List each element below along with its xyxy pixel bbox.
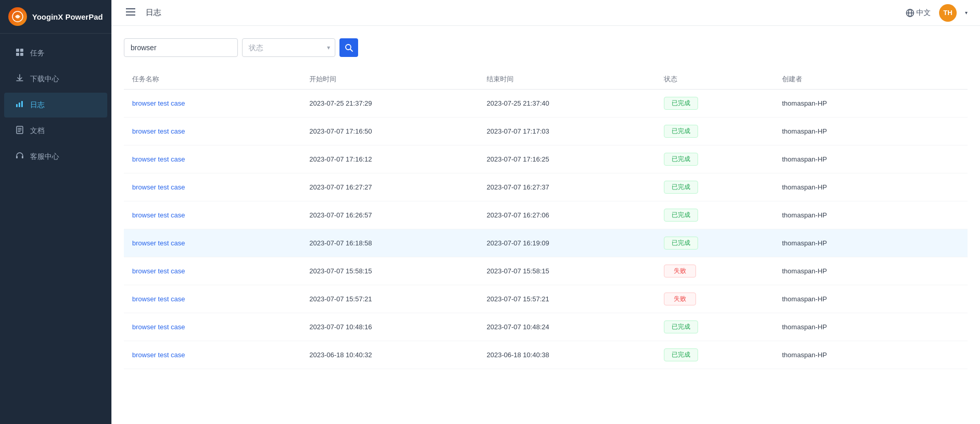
task-name-cell[interactable]: browser test case	[132, 239, 309, 247]
sidebar-nav: 任务 下载中心 日志	[0, 34, 111, 424]
task-name-cell[interactable]: browser test case	[132, 267, 309, 275]
avatar[interactable]: TH	[939, 4, 957, 22]
sidebar-item-downloads[interactable]: 下载中心	[4, 67, 107, 92]
task-name-link[interactable]: browser test case	[132, 239, 185, 247]
task-name-cell[interactable]: browser test case	[132, 183, 309, 191]
status-select[interactable]: 状态 已完成 失败 进行中	[242, 38, 335, 57]
app-name: YooginX PowerPad	[32, 12, 103, 21]
docs-icon	[15, 126, 25, 136]
creator-cell: thomaspan-HP	[782, 295, 959, 303]
start-time-cell: 2023-07-25 21:37:29	[309, 99, 487, 107]
task-name-link[interactable]: browser test case	[132, 99, 185, 107]
start-time-cell: 2023-06-18 10:40:32	[309, 351, 487, 359]
svg-line-21	[350, 49, 352, 51]
col-task-name: 任务名称	[132, 75, 309, 84]
status-cell: 已完成	[664, 348, 782, 361]
table-row[interactable]: browser test case 2023-06-18 10:40:32 20…	[124, 341, 968, 369]
logs-icon	[15, 100, 25, 110]
tasks-icon	[15, 48, 25, 59]
status-badge: 已完成	[664, 153, 698, 166]
task-name-cell[interactable]: browser test case	[132, 351, 309, 359]
sidebar-item-docs-label: 文档	[30, 126, 45, 136]
start-time-cell: 2023-07-07 15:58:15	[309, 267, 487, 275]
creator-cell: thomaspan-HP	[782, 239, 959, 247]
support-icon	[15, 152, 25, 162]
status-badge: 失败	[664, 265, 696, 277]
task-name-link[interactable]: browser test case	[132, 127, 185, 135]
start-time-cell: 2023-07-07 10:48:16	[309, 323, 487, 331]
sidebar-item-support[interactable]: 客服中心	[4, 144, 107, 169]
end-time-cell: 2023-07-07 17:16:25	[487, 155, 664, 163]
start-time-cell: 2023-07-07 16:18:58	[309, 239, 487, 247]
table-row[interactable]: browser test case 2023-07-07 16:27:27 20…	[124, 173, 968, 201]
end-time-cell: 2023-07-07 15:57:21	[487, 295, 664, 303]
svg-rect-7	[21, 101, 23, 107]
table-header: 任务名称 开始时间 结束时间 状态 创建者	[124, 69, 968, 90]
creator-cell: thomaspan-HP	[782, 211, 959, 219]
start-time-cell: 2023-07-07 17:16:12	[309, 155, 487, 163]
task-name-link[interactable]: browser test case	[132, 267, 185, 275]
col-creator: 创建者	[782, 75, 959, 84]
sidebar-item-docs[interactable]: 文档	[4, 119, 107, 143]
table-body: browser test case 2023-07-25 21:37:29 20…	[124, 90, 968, 369]
task-name-link[interactable]: browser test case	[132, 183, 185, 191]
downloads-icon	[15, 74, 25, 84]
status-cell: 已完成	[664, 97, 782, 110]
table-row[interactable]: browser test case 2023-07-07 17:16:50 20…	[124, 118, 968, 145]
end-time-cell: 2023-07-07 16:27:06	[487, 211, 664, 219]
logo-area: YooginX PowerPad	[0, 0, 111, 34]
sidebar: YooginX PowerPad 任务 下载中心	[0, 0, 111, 424]
table-row[interactable]: browser test case 2023-07-25 21:37:29 20…	[124, 90, 968, 118]
svg-rect-2	[20, 49, 23, 52]
task-name-cell[interactable]: browser test case	[132, 323, 309, 331]
sidebar-item-tasks-label: 任务	[30, 49, 45, 58]
svg-rect-3	[16, 53, 19, 56]
creator-cell: thomaspan-HP	[782, 183, 959, 191]
content-area: 状态 已完成 失败 进行中 任务名称 开始时间 结束时间 状态 创建者	[111, 26, 980, 424]
task-name-cell[interactable]: browser test case	[132, 99, 309, 107]
col-start-time: 开始时间	[309, 75, 487, 84]
end-time-cell: 2023-07-07 16:19:09	[487, 239, 664, 247]
page-title: 日志	[146, 8, 161, 18]
search-input[interactable]	[124, 38, 238, 57]
task-name-link[interactable]: browser test case	[132, 295, 185, 303]
end-time-cell: 2023-07-07 15:58:15	[487, 267, 664, 275]
col-end-time: 结束时间	[487, 75, 664, 84]
table-row[interactable]: browser test case 2023-07-07 17:16:12 20…	[124, 145, 968, 173]
svg-rect-12	[16, 156, 18, 158]
status-badge: 已完成	[664, 181, 698, 194]
status-cell: 失败	[664, 265, 782, 277]
start-time-cell: 2023-07-07 17:16:50	[309, 127, 487, 135]
task-name-cell[interactable]: browser test case	[132, 295, 309, 303]
language-button[interactable]: 中文	[906, 8, 931, 18]
status-badge: 已完成	[664, 320, 698, 333]
language-label: 中文	[916, 8, 931, 18]
start-time-cell: 2023-07-07 16:26:57	[309, 211, 487, 219]
task-name-link[interactable]: browser test case	[132, 155, 185, 163]
table-row[interactable]: browser test case 2023-07-07 15:58:15 20…	[124, 257, 968, 285]
task-name-cell[interactable]: browser test case	[132, 155, 309, 163]
search-icon	[345, 43, 353, 52]
task-name-link[interactable]: browser test case	[132, 211, 185, 219]
col-status: 状态	[664, 75, 782, 84]
menu-toggle-button[interactable]	[124, 5, 137, 20]
avatar-dropdown-arrow[interactable]: ▾	[965, 10, 968, 16]
table-row[interactable]: browser test case 2023-07-07 16:26:57 20…	[124, 201, 968, 229]
table-row[interactable]: browser test case 2023-07-07 15:57:21 20…	[124, 285, 968, 313]
creator-cell: thomaspan-HP	[782, 267, 959, 275]
svg-rect-13	[22, 156, 23, 158]
logo-icon	[8, 7, 27, 26]
status-badge: 已完成	[664, 348, 698, 361]
table-row[interactable]: browser test case 2023-07-07 10:48:16 20…	[124, 313, 968, 341]
task-name-cell[interactable]: browser test case	[132, 127, 309, 135]
search-button[interactable]	[339, 38, 358, 57]
task-name-cell[interactable]: browser test case	[132, 211, 309, 219]
sidebar-item-downloads-label: 下载中心	[30, 75, 59, 84]
sidebar-item-tasks[interactable]: 任务	[4, 41, 107, 66]
table-row[interactable]: browser test case 2023-07-07 16:18:58 20…	[124, 229, 968, 257]
creator-cell: thomaspan-HP	[782, 127, 959, 135]
task-name-link[interactable]: browser test case	[132, 323, 185, 331]
status-cell: 已完成	[664, 181, 782, 194]
sidebar-item-logs[interactable]: 日志	[4, 93, 107, 118]
task-name-link[interactable]: browser test case	[132, 351, 185, 359]
